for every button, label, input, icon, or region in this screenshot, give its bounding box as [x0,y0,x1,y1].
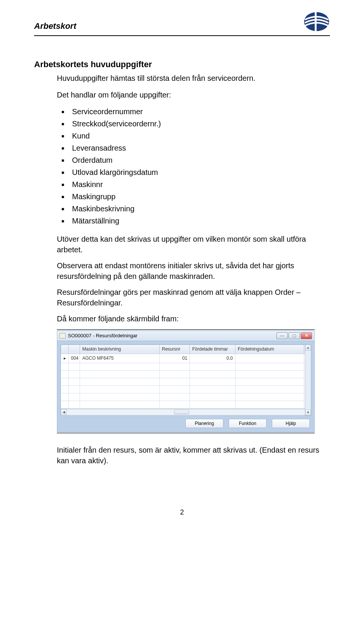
bullet-item: Utlovad klargöringsdatum [72,167,330,178]
bullet-item: Maskinnr [72,179,330,190]
grid-header-cell[interactable] [69,345,80,354]
scroll-left-icon[interactable]: ◀ [61,409,67,415]
planering-button[interactable]: Planering [185,419,223,428]
grid-cell[interactable]: 004 [69,354,80,363]
paragraph: Då kommer följande skärmbild fram: [57,313,330,324]
hjalp-button[interactable]: Hjälp [272,419,310,428]
section-heading: Arbetskortets huvuduppgifter [34,59,330,71]
grid-cell[interactable]: AGCO MF6475 [80,354,160,363]
grid-row[interactable] [61,370,311,378]
bullet-item: Kund [72,131,330,141]
grid-row[interactable] [61,385,311,393]
grid-row[interactable] [61,378,311,385]
window-title: SO000007 - Resursfördelningar [68,332,138,339]
bullet-item: Serviceordernummer [72,106,330,117]
company-logo-icon [303,11,330,32]
grid-header-cell[interactable]: Maskin beskrivning [80,345,160,354]
grid-header-cell[interactable]: Fördelade timmar [190,345,235,354]
grid-header-cell[interactable]: Fördelningsdatum [235,345,304,354]
scroll-thumb[interactable] [174,410,189,414]
bullet-item: Leveransadress [72,143,330,153]
resource-allocation-window: SO000007 - Resursfördelningar — ▢ ✕ [57,329,315,434]
bullet-item: Maskingrupp [72,191,330,202]
data-grid[interactable]: Maskin beskrivning Resursnr Fördelade ti… [60,344,311,416]
window-button-row: Planering Funktion Hjälp [60,416,311,429]
grid-cell[interactable]: 0,0 [190,354,235,363]
maximize-button[interactable]: ▢ [289,332,300,339]
row-indicator-icon: ▸ [61,354,69,363]
page-number: 2 [34,508,330,517]
grid-row[interactable] [61,401,311,408]
grid-row[interactable] [61,393,311,401]
page-header: Arbetskort [34,11,330,36]
close-button[interactable]: ✕ [301,332,312,339]
grid-cell[interactable] [235,354,304,363]
header-title: Arbetskort [34,20,76,32]
scroll-up-icon[interactable]: ▲ [305,345,311,351]
paragraph: Utöver detta kan det skrivas ut uppgifte… [57,234,330,255]
bullet-list: Serviceordernummer Streckkod(serviceorde… [72,106,330,226]
horizontal-scrollbar[interactable]: ◀ ▶ [61,409,311,415]
bullet-item: Mätarställning [72,216,330,226]
grid-header-row: Maskin beskrivning Resursnr Fördelade ti… [61,345,311,354]
bullet-item: Streckkod(serviceordernr.) [72,118,330,129]
scroll-track[interactable] [67,409,305,415]
grid-cell[interactable]: 01 [160,354,190,363]
grid-corner [61,345,69,354]
window-app-icon [60,333,66,338]
paragraph: Resursfördelningar görs per maskinrad ge… [57,287,330,308]
lead-text: Det handlar om följande uppgifter: [57,90,330,100]
svg-rect-1 [315,12,317,31]
grid-row[interactable]: ▸ 004 AGCO MF6475 01 0,0 [61,354,311,363]
vertical-scrollbar[interactable]: ▲ ▼ [305,345,311,415]
bullet-item: Maskinbeskrivning [72,203,330,214]
paragraph: Observera att endast montörens initialer… [57,260,330,282]
intro-text: Huvuduppgifter hämtas till största delen… [57,73,330,83]
footer-paragraph: Initialer från den resurs, som är aktiv,… [57,445,330,466]
grid-header-cell[interactable]: Resursnr [160,345,190,354]
bullet-item: Orderdatum [72,155,330,165]
window-titlebar[interactable]: SO000007 - Resursfördelningar — ▢ ✕ [57,330,315,341]
funktion-button[interactable]: Funktion [229,419,267,428]
scroll-down-icon[interactable]: ▼ [305,409,311,415]
minimize-button[interactable]: — [276,332,288,339]
grid-row[interactable] [61,363,311,370]
